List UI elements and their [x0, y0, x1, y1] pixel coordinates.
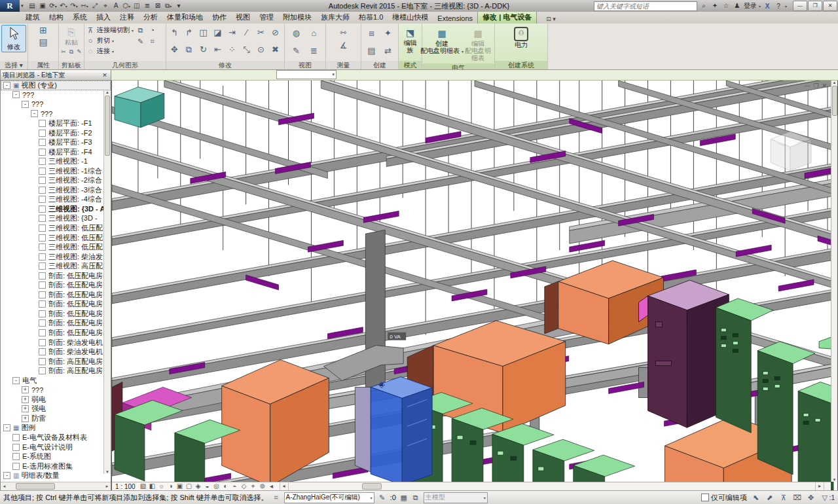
split-with-gap-icon[interactable]: ✂ — [254, 25, 268, 41]
options-dropdown[interactable]: ▾ — [276, 70, 337, 79]
ribbon-tab[interactable]: 管理 — [255, 11, 278, 24]
match-type-icon[interactable]: ✎ — [76, 46, 83, 57]
sign-in-icon[interactable]: ♟ — [733, 2, 742, 10]
tree-expander-icon[interactable] — [39, 339, 46, 346]
tree-item[interactable]: 三维视图: 高压配电房 — [1, 261, 111, 271]
ribbon-tab[interactable]: 视图 — [231, 11, 255, 24]
tree-item[interactable]: - ??? — [1, 90, 111, 100]
design-options-icon[interactable]: ▦ — [399, 494, 409, 502]
tree-item[interactable]: E-电气设计说明 — [1, 442, 111, 452]
project-browser-titlebar[interactable]: 项目浏览器 - E地下室 ✕ — [1, 70, 111, 81]
tree-expander-icon[interactable] — [39, 319, 46, 327]
panel-label-modify[interactable]: 修改 — [166, 61, 284, 69]
tree-item[interactable]: 剖面: 低压配电房 — [1, 328, 111, 338]
select-links-icon[interactable]: ⬉ — [752, 494, 761, 502]
hidden-line-icon[interactable]: ◍ — [288, 25, 305, 41]
properties-icon[interactable]: ▤ — [38, 37, 49, 47]
detail-level-icon[interactable]: ▧ — [139, 482, 148, 490]
tree-expander-icon[interactable] — [12, 463, 20, 470]
tree-item[interactable]: 三维视图: -1综合 — [1, 166, 111, 176]
project-browser-close-icon[interactable]: ✕ — [101, 72, 109, 79]
tree-expander-icon[interactable]: - — [22, 101, 29, 108]
tree-expander-icon[interactable]: - — [3, 472, 10, 479]
tree-expander-icon[interactable]: + — [22, 405, 29, 412]
measure-icon[interactable]: ⇿▾ — [80, 1, 90, 10]
save-icon[interactable]: ▣ — [38, 1, 48, 10]
exchange-apps-icon[interactable]: X — [763, 3, 772, 10]
ribbon-tab[interactable]: 附加模块 — [278, 11, 316, 24]
tree-expander-icon[interactable]: - — [3, 424, 10, 431]
trim-extend-icon[interactable]: ⇥ — [225, 25, 239, 41]
tree-item[interactable]: E-系统图 — [1, 452, 111, 461]
select-by-face-icon[interactable]: ⌧ — [793, 494, 802, 502]
tree-item[interactable]: 三维视图: -3综合 — [1, 185, 111, 195]
tree-expander-icon[interactable] — [39, 329, 46, 336]
tree-item[interactable]: + ??? — [1, 386, 111, 395]
tree-item[interactable]: 三维视图: {3D - — [1, 214, 111, 224]
tree-item[interactable]: - ▥ 明细表/数量 — [1, 471, 111, 480]
scroll-thumb[interactable] — [16, 483, 55, 490]
undo-icon[interactable]: ↶▾ — [59, 1, 69, 10]
help-icon[interactable]: ? — [774, 3, 783, 10]
show-constraints-icon[interactable]: ⌖ — [249, 482, 258, 490]
ribbon-tab[interactable]: 柏慕1.0 — [354, 11, 388, 24]
paint-icon[interactable]: ✎ — [135, 36, 146, 46]
tree-expander-icon[interactable] — [39, 215, 46, 222]
tree-expander-icon[interactable] — [39, 177, 46, 184]
edit-family-button[interactable]: ⬔ 编辑 族 — [400, 25, 420, 55]
tree-item[interactable]: 剖面: 低压配电房 — [1, 290, 111, 300]
crop-view-icon[interactable]: ▢ — [185, 482, 194, 490]
open-icon[interactable]: ▤ — [27, 1, 37, 10]
visual-style-icon[interactable]: ◧ — [148, 482, 157, 490]
3d-canvas[interactable]: ✥ 0 VA — [112, 81, 837, 490]
editable-only-checkbox[interactable] — [701, 494, 709, 501]
sun-path-icon[interactable]: ☼ — [157, 482, 166, 490]
join-geometry-icon[interactable]: ◌连接▾ — [86, 46, 134, 56]
apply-coping-icon[interactable]: ⧉ — [135, 25, 146, 35]
tree-item[interactable]: + 强电 — [1, 405, 111, 414]
sync-with-central-icon[interactable]: ⟳▾ — [48, 1, 58, 10]
tree-expander-icon[interactable] — [39, 158, 46, 165]
tree-expander-icon[interactable] — [39, 272, 46, 279]
coping-icon[interactable]: ⊼连接端切割▾ — [86, 25, 134, 35]
customize-qat-icon[interactable]: ▾ — [174, 1, 184, 10]
select-underlay-icon[interactable]: ⬈ — [765, 494, 774, 502]
tree-expander-icon[interactable] — [39, 196, 46, 203]
tree-item[interactable]: 三维视图: {3D - A-DDK} — [1, 204, 111, 214]
tree-expander-icon[interactable]: - — [12, 91, 20, 98]
mirror-draw-axis-icon[interactable]: ◪ — [211, 25, 225, 41]
tree-expander-icon[interactable] — [12, 434, 20, 441]
ribbon-tab[interactable]: 体量和场地 — [162, 11, 208, 24]
linework-icon[interactable]: ✎ — [288, 43, 305, 59]
drag-on-selection-icon[interactable]: ✥ — [807, 494, 816, 502]
power-system-button[interactable]: ⚇ 电力 — [505, 25, 537, 50]
copy-element-icon[interactable]: ⧉ — [182, 42, 196, 58]
tree-expander-icon[interactable]: + — [22, 386, 29, 393]
tree-item[interactable]: 三维视图: 低压配电房 — [1, 223, 111, 233]
pin-icon[interactable]: ⊙ — [254, 42, 268, 58]
panel-label-properties[interactable]: 属性 — [28, 61, 58, 69]
cut-profile-icon[interactable]: ⌂ — [306, 25, 323, 41]
thin-lines-icon[interactable]: ≣ — [143, 1, 153, 10]
tree-expander-icon[interactable] — [39, 206, 46, 213]
select-pinned-icon[interactable]: ⊼ — [779, 494, 788, 502]
section-icon[interactable]: ◫ — [132, 1, 142, 10]
tree-item[interactable]: 剖面: 低压配电房 — [1, 309, 111, 319]
viewport-hscrollbar[interactable] — [289, 482, 815, 490]
editable-elements-icon[interactable]: ✎ — [378, 494, 387, 502]
tree-item[interactable]: 楼层平面: -F2 — [1, 128, 111, 138]
help-search-input[interactable] — [594, 1, 697, 11]
tree-expander-icon[interactable] — [39, 187, 46, 194]
hscroll-left-arrow[interactable]: ◂ — [280, 482, 289, 490]
drawing-area[interactable]: ✥ 0 VA —❐✕ ▲ ▼ 1 : 100 ▧◧☼◑▣▢◈◒◎◐⌁◇⌖⊚◂ ◂ — [111, 80, 838, 491]
panel-label-geometry[interactable]: 几何图形 — [84, 61, 166, 69]
panel-label-create[interactable]: 创建 — [361, 61, 398, 69]
viewport-vscrollbar[interactable]: ▲ ▼ — [831, 81, 837, 482]
tree-expander-icon[interactable] — [39, 253, 46, 261]
tree-expander-icon[interactable] — [39, 225, 46, 232]
tree-item[interactable]: - ▣ 视图 (专业) — [1, 81, 111, 90]
view-minimize-button[interactable]: — — [804, 82, 810, 89]
tree-item[interactable]: 三维视图: -4综合 — [1, 195, 111, 205]
tree-expander-icon[interactable] — [39, 300, 46, 308]
tree-item[interactable]: + 防雷 — [1, 414, 111, 423]
